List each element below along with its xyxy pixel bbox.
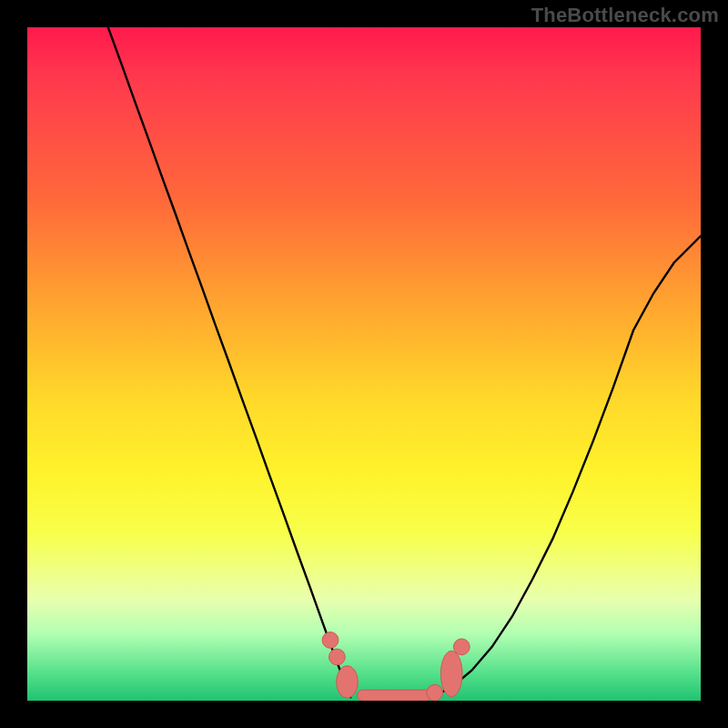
marker-right-cluster — [440, 651, 462, 696]
marker-left-cluster — [322, 632, 339, 649]
chart-svg — [27, 27, 701, 701]
marker-bottom-bar — [358, 690, 431, 701]
plot-area — [27, 27, 701, 701]
chart-frame: TheBottleneck.com — [0, 0, 728, 728]
marker-left-cluster — [329, 649, 346, 665]
attribution-text: TheBottleneck.com — [531, 4, 719, 27]
marker-right-cluster — [453, 639, 470, 655]
marker-right-cluster — [427, 684, 443, 701]
curve-left-curve — [108, 27, 350, 697]
curve-right-curve — [431, 236, 701, 697]
marker-left-cluster — [337, 666, 359, 699]
